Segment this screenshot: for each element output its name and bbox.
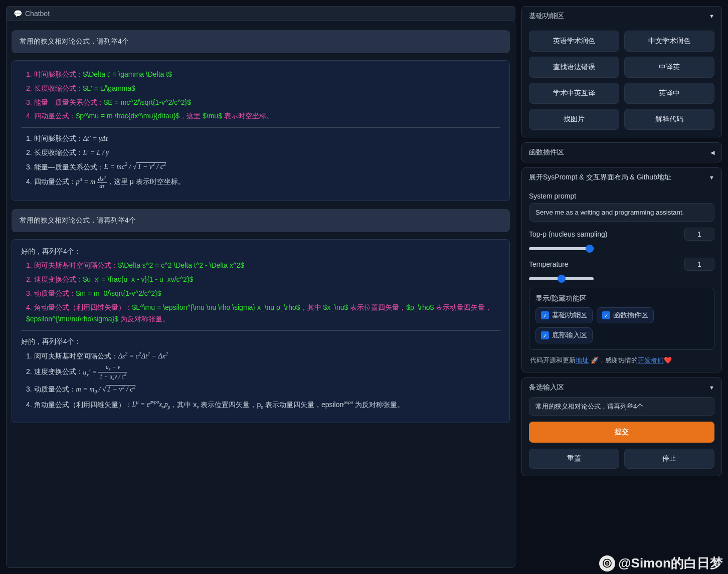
- chevron-down-icon: ▼: [709, 13, 714, 19]
- watermark: ⓔ @Simon的白日梦: [599, 554, 723, 572]
- toggle-basic[interactable]: ✓基础功能区: [535, 307, 593, 323]
- toggle-group: 显示/隐藏功能区 ✓基础功能区 ✓函数插件区 ✓底部输入区: [529, 288, 714, 350]
- toggle-group-title: 显示/隐藏功能区: [535, 294, 708, 303]
- temp-value[interactable]: 1: [684, 258, 714, 271]
- link-repo[interactable]: 地址: [576, 356, 589, 364]
- bot-message-1: 1. 时间膨胀公式：$\Delta t' = \gamma \Delta t$ …: [12, 60, 510, 201]
- stop-button[interactable]: 停止: [624, 449, 714, 469]
- toggle-bottom-input[interactable]: ✓底部输入区: [535, 327, 593, 343]
- topp-value[interactable]: 1: [684, 228, 714, 241]
- btn-en-to-zh[interactable]: 英译中: [624, 83, 714, 104]
- tab-label: Chatbot: [25, 10, 50, 18]
- btn-zh-to-en[interactable]: 中译英: [624, 57, 714, 78]
- user-message-1: 常用的狭义相对论公式，请列举4个: [12, 30, 510, 53]
- btn-find-image[interactable]: 找图片: [529, 109, 619, 130]
- btn-english-polish[interactable]: 英语学术润色: [529, 31, 619, 52]
- chevron-down-icon: ▼: [709, 385, 714, 391]
- btn-academic-zh-en[interactable]: 学术中英互译: [529, 83, 619, 104]
- panel-basic-header[interactable]: 基础功能区 ▼: [522, 7, 721, 26]
- topp-label: Top-p (nucleus sampling): [529, 230, 607, 238]
- submit-button[interactable]: 提交: [529, 422, 714, 443]
- bot-message-2: 好的，再列举4个： 1. 闵可夫斯基时空间隔公式：$\Delta s^2 = c…: [12, 239, 510, 423]
- tab-chatbot[interactable]: 💬 Chatbot: [6, 6, 515, 21]
- panel-plugins-header[interactable]: 函数插件区 ◀: [522, 143, 721, 162]
- panel-basic: 基础功能区 ▼ 英语学术润色 中文学术润色 查找语法错误 中译英 学术中英互译 …: [521, 6, 722, 137]
- btn-explain-code[interactable]: 解释代码: [624, 109, 714, 130]
- toggle-plugins[interactable]: ✓函数插件区: [597, 307, 654, 323]
- footer-note: 代码开源和更新地址 🚀，感谢热情的开发者们❤️: [529, 356, 714, 365]
- weibo-icon: ⓔ: [599, 555, 615, 571]
- chat-area: 常用的狭义相对论公式，请列举4个 1. 时间膨胀公式：$\Delta t' = …: [6, 21, 515, 568]
- link-devs[interactable]: 开发者们: [638, 356, 664, 364]
- panel-sysprompt: 展开SysPrompt & 交互界面布局 & Github地址 ▼ System…: [521, 167, 722, 372]
- chat-icon: 💬: [14, 10, 22, 18]
- panel-alt-input-header[interactable]: 备选输入区 ▼: [522, 378, 721, 397]
- chevron-left-icon: ◀: [710, 149, 714, 156]
- reset-button[interactable]: 重置: [529, 449, 619, 469]
- alt-input[interactable]: [529, 397, 714, 416]
- temp-slider[interactable]: [529, 277, 594, 280]
- system-prompt-input[interactable]: [529, 203, 714, 222]
- temp-label: Temperature: [529, 260, 569, 268]
- user-message-2: 常用的狭义相对论公式，请再列举4个: [12, 209, 510, 232]
- chevron-down-icon: ▼: [709, 174, 714, 180]
- system-prompt-label: System prompt: [529, 192, 714, 200]
- topp-slider[interactable]: [529, 247, 594, 250]
- panel-plugins: 函数插件区 ◀: [521, 142, 722, 162]
- panel-alt-input: 备选输入区 ▼ 提交 重置 停止: [521, 377, 722, 476]
- btn-chinese-polish[interactable]: 中文学术润色: [624, 31, 714, 52]
- btn-grammar-check[interactable]: 查找语法错误: [529, 57, 619, 78]
- panel-sysprompt-header[interactable]: 展开SysPrompt & 交互界面布局 & Github地址 ▼: [522, 168, 721, 187]
